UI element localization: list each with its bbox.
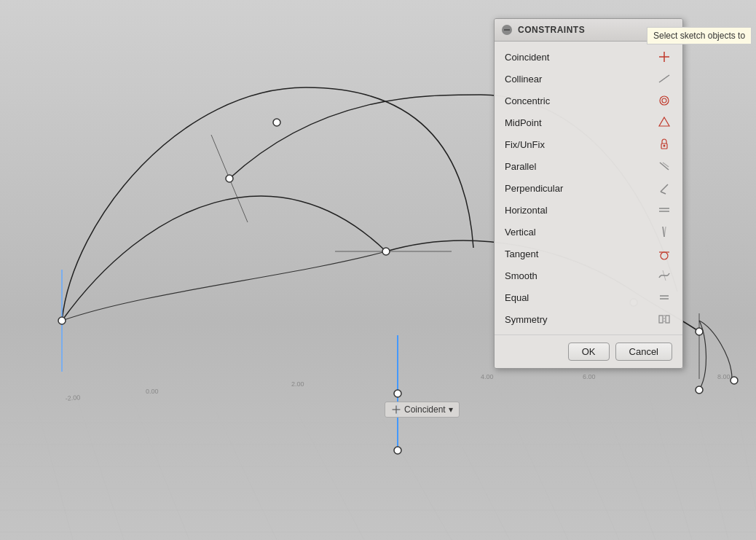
constraints-panel: CONSTRAINTS Coincident Collinear Concent… — [494, 18, 683, 369]
svg-line-23 — [706, 244, 756, 510]
svg-line-25 — [211, 135, 248, 222]
coincident-icon — [656, 49, 672, 65]
midpoint-icon — [656, 114, 672, 130]
svg-point-54 — [664, 145, 666, 147]
svg-point-34 — [394, 390, 401, 397]
svg-text:-2.00: -2.00 — [65, 394, 80, 402]
constraint-concentric[interactable]: Concentric — [495, 90, 682, 111]
tooltip-text: Select sketch objects to — [653, 31, 745, 41]
panel-close-button[interactable] — [502, 25, 512, 35]
svg-line-62 — [664, 227, 666, 237]
cancel-button[interactable]: Cancel — [615, 343, 672, 361]
constraint-vertical[interactable]: Vertical — [495, 221, 682, 243]
coincident-badge: Coincident ▾ — [385, 402, 460, 418]
svg-line-15 — [218, 262, 364, 540]
svg-point-38 — [696, 386, 703, 394]
tooltip: Select sketch objects to — [647, 27, 752, 44]
constraint-horizontal[interactable]: Horizontal — [495, 199, 682, 221]
svg-line-14 — [146, 262, 277, 540]
vertical-icon — [656, 224, 672, 240]
svg-point-35 — [394, 447, 401, 454]
tangent-icon — [656, 246, 672, 262]
svg-text:6.00: 6.00 — [583, 373, 596, 380]
svg-line-58 — [661, 192, 666, 194]
svg-text:0.00: 0.00 — [146, 388, 159, 395]
svg-text:4.00: 4.00 — [481, 373, 494, 380]
svg-line-16 — [291, 259, 452, 540]
svg-rect-69 — [666, 316, 669, 323]
svg-marker-52 — [659, 117, 669, 126]
svg-point-31 — [226, 175, 233, 182]
svg-line-57 — [661, 184, 668, 192]
svg-line-24 — [743, 244, 756, 408]
concentric-icon — [656, 93, 672, 109]
constraint-perpendicular[interactable]: Perpendicular — [495, 177, 682, 199]
constraint-tangent[interactable]: Tangent — [495, 243, 682, 265]
constraint-smooth[interactable]: Smooth — [495, 265, 682, 286]
constraint-collinear[interactable]: Collinear — [495, 68, 682, 90]
collinear-icon — [656, 71, 672, 87]
horizontal-icon — [656, 202, 672, 218]
constraint-equal[interactable]: Equal — [495, 286, 682, 308]
svg-point-63 — [661, 252, 668, 259]
svg-text:8.00: 8.00 — [717, 373, 731, 380]
svg-point-50 — [660, 96, 669, 105]
constraint-parallel[interactable]: Parallel — [495, 155, 682, 177]
constraint-coincident[interactable]: Coincident — [495, 46, 682, 68]
svg-line-13 — [80, 270, 189, 540]
smooth-icon — [656, 267, 672, 283]
svg-text:2.00: 2.00 — [291, 380, 304, 388]
svg-point-51 — [662, 98, 666, 103]
equal-icon — [656, 289, 672, 305]
perpendicular-icon — [656, 180, 672, 196]
svg-line-11 — [0, 270, 73, 540]
svg-rect-68 — [659, 316, 663, 323]
coincident-badge-label: Coincident — [404, 404, 446, 415]
coincident-dropdown-arrow[interactable]: ▾ — [449, 404, 453, 415]
svg-point-37 — [696, 328, 703, 335]
panel-title: CONSTRAINTS — [518, 25, 585, 35]
svg-point-32 — [273, 119, 280, 126]
svg-point-33 — [382, 248, 390, 255]
panel-body: Coincident Collinear Concentric MidPoint — [495, 42, 682, 334]
symmetry-icon — [656, 311, 672, 327]
svg-line-12 — [36, 277, 124, 540]
panel-footer: OK Cancel — [495, 334, 682, 368]
svg-point-39 — [731, 377, 738, 384]
constraint-midpoint[interactable]: MidPoint — [495, 111, 682, 133]
ok-button[interactable]: OK — [568, 343, 610, 361]
coincident-badge-icon — [391, 404, 401, 415]
constraint-fix-unfix[interactable]: Fix/UnFix — [495, 133, 682, 155]
constraint-symmetry[interactable]: Symmetry — [495, 308, 682, 330]
svg-line-17 — [364, 255, 510, 540]
parallel-icon — [656, 158, 672, 174]
svg-line-49 — [661, 77, 667, 81]
svg-point-30 — [58, 317, 66, 324]
fix-icon — [656, 136, 672, 152]
